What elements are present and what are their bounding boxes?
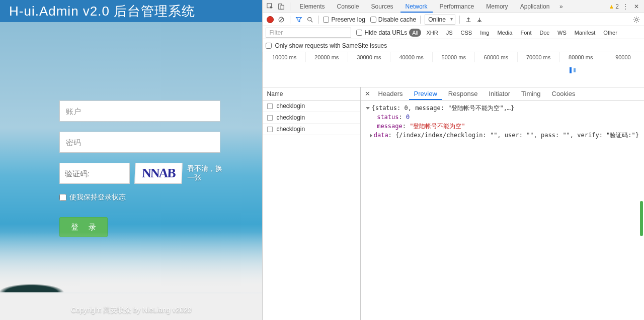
request-detail: ✕ Headers Preview Response Initiator Tim…	[361, 87, 644, 320]
tl-tick: 60000 ms	[474, 52, 517, 62]
filter-type-font[interactable]: Font	[517, 29, 534, 37]
download-har-icon[interactable]	[475, 15, 484, 24]
expand-icon[interactable]	[366, 107, 370, 110]
detail-tab-cookies[interactable]: Cookies	[547, 87, 581, 100]
tl-tick: 50000 ms	[432, 52, 474, 62]
close-devtools-icon[interactable]: ✕	[632, 2, 641, 11]
login-page: H-ui.Admin v2.0 后台管理系统 NNAB 看不清，换一张 使我保持…	[0, 0, 262, 320]
samesite-row: Only show requests with SameSite issues	[263, 39, 644, 52]
request-item[interactable]: checklogin	[263, 112, 360, 124]
filter-type-other[interactable]: Other	[600, 29, 620, 37]
more-tabs-icon[interactable]: »	[556, 2, 566, 11]
devtools-top-bar: Elements Console Sources Network Perform…	[263, 0, 644, 13]
login-button[interactable]: 登 录	[59, 217, 108, 237]
close-detail-icon[interactable]: ✕	[363, 89, 372, 98]
preserve-log-checkbox[interactable]: Preserve log	[323, 16, 365, 23]
settings-menu-icon[interactable]: ⋮	[621, 2, 630, 11]
filter-type-all[interactable]: All	[409, 29, 421, 37]
captcha-image[interactable]: NNAB	[134, 163, 182, 184]
detail-tab-preview[interactable]: Preview	[409, 87, 442, 100]
tab-console[interactable]: Console	[332, 1, 364, 13]
request-list-header: Name	[263, 87, 360, 100]
request-item[interactable]: checklogin	[263, 124, 360, 135]
filter-type-js[interactable]: JS	[443, 29, 456, 37]
filter-type-doc[interactable]: Doc	[536, 29, 552, 37]
tl-tick: 20000 ms	[305, 52, 348, 62]
detail-tab-initiator[interactable]: Initiator	[484, 87, 515, 100]
remember-text: 使我保持登录状态	[69, 193, 126, 202]
record-button[interactable]	[266, 15, 275, 24]
warnings-badge[interactable]: ▲2	[608, 3, 619, 10]
remember-checkbox[interactable]	[59, 194, 66, 201]
login-form: NNAB 看不清，换一张 使我保持登录状态 登 录	[59, 100, 225, 237]
search-icon[interactable]	[305, 15, 314, 24]
footer-text: Copyright 高安联众 by NieLiang v2020	[0, 306, 262, 315]
filter-type-img[interactable]: Img	[477, 29, 492, 37]
devtools-panel: Elements Console Sources Network Perform…	[262, 0, 644, 320]
page-title: H-ui.Admin v2.0 后台管理系统	[0, 0, 262, 22]
tab-memory[interactable]: Memory	[481, 1, 513, 13]
svg-rect-10	[268, 127, 273, 132]
tl-tick: 90000	[602, 52, 644, 62]
detail-tab-timing[interactable]: Timing	[516, 87, 546, 100]
filter-type-xhr[interactable]: XHR	[423, 29, 441, 37]
samesite-checkbox[interactable]: Only show requests with SameSite issues	[266, 42, 387, 49]
request-list: Name checklogin checklogin checklogin	[263, 87, 361, 320]
tab-network[interactable]: Network	[400, 1, 433, 13]
account-input[interactable]	[59, 100, 220, 122]
clear-icon[interactable]	[277, 15, 286, 24]
tl-tick: 70000 ms	[517, 52, 559, 62]
scrollbar[interactable]	[640, 201, 643, 236]
svg-rect-2	[281, 5, 284, 9]
svg-rect-8	[268, 103, 273, 109]
inspect-icon[interactable]	[266, 2, 275, 11]
request-item[interactable]: checklogin	[263, 100, 360, 112]
preview-body[interactable]: {status: 0, message: "登陆帐号不能为空",…} statu…	[361, 100, 644, 320]
detail-tab-headers[interactable]: Headers	[373, 87, 408, 100]
svg-point-5	[308, 17, 311, 21]
svg-rect-9	[268, 115, 273, 120]
throttling-select[interactable]: Online	[425, 15, 455, 25]
timeline-marker	[570, 67, 572, 73]
captcha-input[interactable]	[59, 163, 130, 184]
svg-line-4	[280, 18, 283, 21]
filter-type-media[interactable]: Media	[494, 29, 515, 37]
tab-elements[interactable]: Elements	[294, 1, 330, 13]
detail-tab-response[interactable]: Response	[443, 87, 483, 100]
remember-checkbox-label[interactable]: 使我保持登录状态	[59, 193, 225, 202]
tab-application[interactable]: Application	[515, 1, 555, 13]
tl-tick: 30000 ms	[348, 52, 390, 62]
filter-type-css[interactable]: CSS	[458, 29, 475, 37]
filter-input[interactable]	[266, 28, 351, 38]
filter-type-manifest[interactable]: Manifest	[572, 29, 599, 37]
hide-data-urls-checkbox[interactable]: Hide data URLs	[356, 29, 407, 36]
network-settings-icon[interactable]	[632, 15, 641, 24]
disable-cache-checkbox[interactable]: Disable cache	[370, 16, 416, 23]
device-toggle-icon[interactable]	[277, 2, 286, 11]
timeline-marker	[574, 68, 576, 72]
tab-sources[interactable]: Sources	[366, 1, 398, 13]
tl-tick: 10000 ms	[263, 52, 305, 62]
svg-line-6	[311, 20, 313, 22]
upload-har-icon[interactable]	[464, 15, 473, 24]
svg-point-7	[635, 18, 637, 20]
password-input[interactable]	[59, 132, 220, 153]
filter-type-ws[interactable]: WS	[554, 29, 570, 37]
tab-performance[interactable]: Performance	[435, 1, 479, 13]
network-toolbar: Preserve log Disable cache Online	[263, 13, 644, 26]
filter-icon[interactable]	[294, 15, 303, 24]
network-timeline[interactable]: 10000 ms 20000 ms 30000 ms 40000 ms 5000…	[263, 52, 644, 87]
tl-tick: 80000 ms	[559, 52, 602, 62]
captcha-refresh-link[interactable]: 看不清，换一张	[187, 164, 225, 182]
expand-icon[interactable]	[370, 134, 372, 138]
tl-tick: 40000 ms	[390, 52, 432, 62]
filter-bar: Hide data URLs All XHR JS CSS Img Media …	[263, 26, 644, 39]
